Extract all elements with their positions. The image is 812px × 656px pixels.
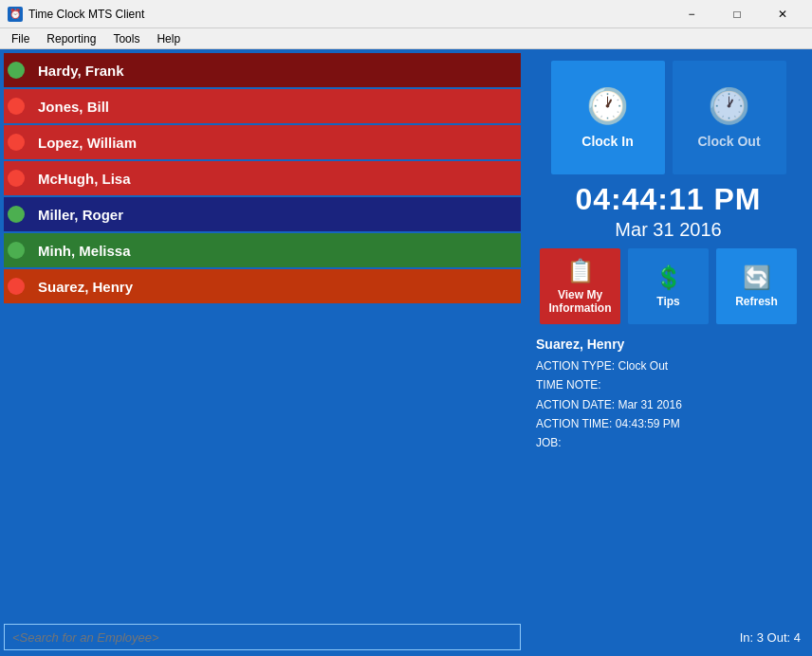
employee-name: Hardy, Frank (32, 63, 517, 79)
right-panel: 🕐 Clock In 🕐 Clock Out 04:44:11 PM Mar 3… (525, 49, 812, 656)
action-buttons: 📋 View MyInformation 💲 Tips 🔄 Refresh (532, 248, 804, 324)
employee-row[interactable]: Minh, Melissa (4, 233, 521, 267)
close-button[interactable]: ✕ (761, 0, 804, 28)
status-dot (8, 98, 25, 115)
tips-label: Tips (656, 295, 679, 308)
status-dot (8, 278, 25, 295)
clock-buttons: 🕐 Clock In 🕐 Clock Out (532, 61, 804, 174)
selected-employee-name: Suarez, Henry (536, 334, 801, 356)
employee-row[interactable]: McHugh, Lisa (4, 161, 521, 195)
employee-name: McHugh, Lisa (32, 171, 517, 187)
clock-out-label: Clock Out (697, 134, 760, 149)
employee-list: Hardy, FrankJones, BillLopez, WilliamMcH… (0, 49, 525, 618)
minimize-button[interactable]: − (670, 0, 713, 28)
summary-text: In: 3 Out: 4 (740, 630, 801, 645)
selected-time-note: TIME NOTE: (536, 375, 801, 394)
selected-action-time: ACTION TIME: 04:43:59 PM (536, 414, 801, 433)
menu-reporting[interactable]: Reporting (39, 30, 103, 47)
refresh-label: Refresh (735, 295, 778, 308)
employee-name: Jones, Bill (32, 99, 517, 115)
window-title: Time Clock MTS Client (28, 8, 144, 21)
clock-in-label: Clock In (581, 134, 633, 149)
view-info-button[interactable]: 📋 View MyInformation (540, 248, 620, 324)
employee-name: Miller, Roger (32, 207, 517, 223)
employee-row[interactable]: Miller, Roger (4, 197, 521, 231)
summary: In: 3 Out: 4 (532, 627, 804, 648)
tips-button[interactable]: 💲 Tips (628, 248, 709, 324)
employee-info: Suarez, Henry ACTION TYPE: Clock Out TIM… (532, 334, 804, 453)
app-icon: ⏰ (8, 7, 23, 22)
current-date: Mar 31 2016 (532, 219, 804, 241)
search-input[interactable] (4, 624, 521, 650)
status-dot (8, 206, 25, 223)
clock-in-button[interactable]: 🕐 Clock In (551, 61, 665, 174)
status-dot (8, 62, 25, 79)
left-panel: Hardy, FrankJones, BillLopez, WilliamMcH… (0, 49, 525, 656)
title-left: ⏰ Time Clock MTS Client (8, 7, 144, 22)
refresh-button[interactable]: 🔄 Refresh (716, 248, 797, 324)
employee-row[interactable]: Lopez, William (4, 125, 521, 159)
time-display: 04:44:11 PM Mar 31 2016 (532, 182, 804, 241)
employee-name: Minh, Melissa (32, 243, 517, 259)
current-time: 04:44:11 PM (532, 182, 804, 217)
view-info-label: View MyInformation (549, 288, 612, 315)
menu-tools[interactable]: Tools (105, 30, 147, 47)
search-bar (0, 618, 525, 656)
employee-name: Lopez, William (32, 135, 517, 151)
employee-row[interactable]: Suarez, Henry (4, 269, 521, 303)
menu-file[interactable]: File (4, 30, 37, 47)
title-bar: ⏰ Time Clock MTS Client − □ ✕ (0, 0, 812, 28)
view-info-icon: 📋 (566, 258, 595, 284)
employee-row[interactable]: Jones, Bill (4, 89, 521, 123)
status-dot (8, 170, 25, 187)
menu-bar: File Reporting Tools Help (0, 28, 812, 49)
status-dot (8, 134, 25, 151)
tips-icon: 💲 (655, 264, 683, 291)
refresh-icon: 🔄 (743, 264, 771, 291)
selected-action-type: ACTION TYPE: Clock Out (536, 356, 801, 375)
maximize-button[interactable]: □ (715, 0, 759, 28)
selected-job: JOB: (536, 433, 801, 452)
clock-out-button[interactable]: 🕐 Clock Out (673, 61, 786, 174)
employee-name: Suarez, Henry (32, 279, 517, 295)
title-controls: − □ ✕ (670, 0, 804, 28)
employee-row[interactable]: Hardy, Frank (4, 53, 521, 87)
main-content: Hardy, FrankJones, BillLopez, WilliamMcH… (0, 49, 812, 656)
menu-help[interactable]: Help (149, 30, 188, 47)
status-dot (8, 242, 25, 259)
selected-action-date: ACTION DATE: Mar 31 2016 (536, 395, 801, 414)
clock-out-icon: 🕐 (708, 86, 750, 126)
clock-in-icon: 🕐 (586, 86, 629, 126)
